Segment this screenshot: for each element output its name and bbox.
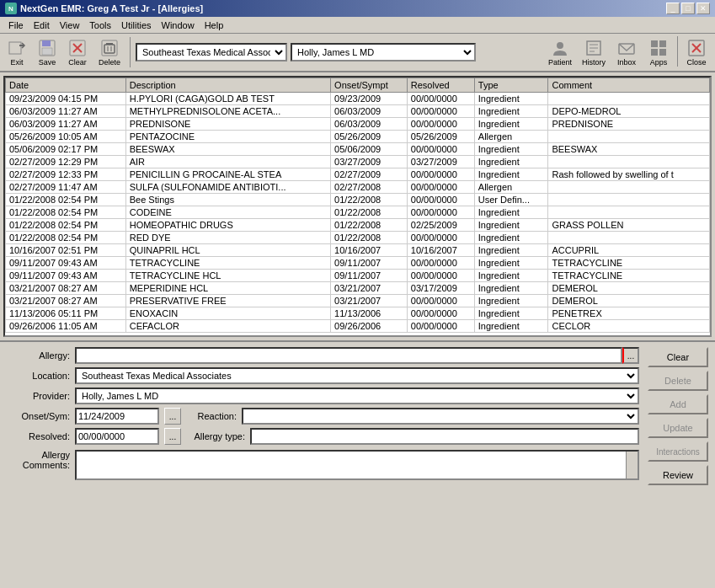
- menu-view[interactable]: View: [55, 19, 85, 31]
- table-row[interactable]: 09/26/2006 11:05 AM CEFACLOR 09/26/2006 …: [6, 320, 710, 333]
- svg-rect-20: [659, 40, 666, 47]
- review-button[interactable]: Review: [648, 465, 708, 485]
- menu-tools[interactable]: Tools: [84, 19, 116, 31]
- table-row[interactable]: 06/03/2009 11:27 AM METHYLPREDNISOLONE A…: [6, 105, 710, 118]
- table-row[interactable]: 09/23/2009 04:15 PM H.PYLORI (CAGA)GOLD …: [6, 93, 710, 105]
- table-row[interactable]: 09/11/2007 09:43 AM TETRACYCLINE HCL 09/…: [6, 270, 710, 282]
- cell-description: TETRACYCLINE HCL: [125, 270, 330, 282]
- cell-comment: [548, 93, 710, 105]
- comments-textarea[interactable]: [77, 452, 626, 478]
- cell-comment: [548, 232, 710, 244]
- close-btn[interactable]: ✕: [696, 3, 710, 14]
- table-row[interactable]: 06/03/2009 11:27 AM PREDNISONE 06/03/200…: [6, 118, 710, 131]
- cell-resolved: 00/00/0000: [407, 257, 474, 270]
- cell-description: Bee Stings: [125, 194, 330, 206]
- cell-date: 09/26/2006 11:05 AM: [6, 320, 126, 333]
- cell-type: Ingredient: [474, 232, 548, 244]
- location-select[interactable]: Southeast Texas Medical Associates: [75, 367, 639, 384]
- table-row[interactable]: 03/21/2007 08:27 AM MEPERIDINE HCL 03/21…: [6, 282, 710, 295]
- allergy-type-label: Allergy type:: [186, 431, 245, 441]
- table-row[interactable]: 11/13/2006 05:11 PM ENOXACIN 11/13/2006 …: [6, 307, 710, 320]
- svg-point-13: [557, 42, 563, 49]
- svg-rect-21: [651, 49, 658, 56]
- cell-comment: [548, 131, 710, 143]
- patient-button[interactable]: Patient: [544, 36, 576, 69]
- cell-description: ENOXACIN: [125, 307, 330, 320]
- update-button[interactable]: Update: [648, 418, 708, 438]
- exit-button[interactable]: Exit: [3, 36, 30, 69]
- cell-comment: DEMEROL: [548, 282, 710, 295]
- delete-button[interactable]: Delete: [94, 36, 125, 69]
- onset-input[interactable]: [75, 408, 159, 425]
- cell-date: 06/03/2009 11:27 AM: [6, 118, 126, 131]
- cell-date: 11/13/2006 05:11 PM: [6, 307, 126, 320]
- title-bar: N NextGen EMR: Greg A Test Jr - [Allergi…: [0, 0, 715, 17]
- table-row[interactable]: 03/21/2007 08:27 AM PRESERVATIVE FREE 03…: [6, 295, 710, 307]
- interactions-button[interactable]: Interactions: [648, 441, 708, 462]
- cell-date: 01/22/2008 02:54 PM: [6, 206, 126, 219]
- table-row[interactable]: 10/16/2007 02:51 PM QUINAPRIL HCL 10/16/…: [6, 244, 710, 257]
- table-row[interactable]: 09/11/2007 09:43 AM TETRACYCLINE 09/11/2…: [6, 257, 710, 270]
- provider-select[interactable]: Holly, James L MD: [75, 388, 639, 404]
- cell-comment: [548, 181, 710, 194]
- location-dropdown[interactable]: Southeast Texas Medical Associ...: [136, 43, 287, 61]
- cell-date: 02/27/2009 12:33 PM: [6, 168, 126, 181]
- history-button[interactable]: History: [578, 36, 610, 69]
- allergy-type-input[interactable]: [250, 428, 639, 445]
- cell-description: H.PYLORI (CAGA)GOLD AB TEST: [125, 93, 330, 105]
- minimize-btn[interactable]: _: [666, 3, 680, 14]
- save-button[interactable]: Save: [34, 36, 61, 69]
- cell-description: TETRACYCLINE: [125, 257, 330, 270]
- cell-comment: TETRACYCLINE: [548, 257, 710, 270]
- provider-dropdown[interactable]: Holly, James L MD: [291, 43, 476, 61]
- cell-type: Ingredient: [474, 219, 548, 232]
- table-row[interactable]: 05/06/2009 02:17 PM BEESWAX 05/06/2009 0…: [6, 143, 710, 156]
- table-row[interactable]: 05/26/2009 10:05 AM PENTAZOCINE 05/26/20…: [6, 131, 710, 143]
- clear-toolbar-button[interactable]: Clear: [64, 36, 91, 69]
- allergies-table-container[interactable]: Date Description Onset/Sympt Resolved Ty…: [3, 76, 712, 337]
- reaction-select[interactable]: [242, 408, 639, 425]
- table-row[interactable]: 02/27/2009 12:29 PM AIR 03/27/2009 03/27…: [6, 156, 710, 168]
- cell-description: PENICILLIN G PROCAINE-AL STEA: [125, 168, 330, 181]
- table-row[interactable]: 01/22/2008 02:54 PM CODEINE 01/22/2008 0…: [6, 206, 710, 219]
- maximize-btn[interactable]: □: [681, 3, 695, 14]
- allergies-table: Date Description Onset/Sympt Resolved Ty…: [5, 78, 710, 333]
- table-row[interactable]: 01/22/2008 02:54 PM RED DYE 01/22/2008 0…: [6, 232, 710, 244]
- cell-description: AIR: [125, 156, 330, 168]
- close-window-button[interactable]: Close: [681, 36, 712, 69]
- menu-utilities[interactable]: Utilities: [116, 19, 156, 31]
- cell-type: Ingredient: [474, 105, 548, 118]
- apps-button[interactable]: Apps: [643, 36, 674, 69]
- allergy-input[interactable]: [75, 347, 622, 364]
- location-dropdown-wrapper: Southeast Texas Medical Associ...: [136, 43, 287, 61]
- cell-description: MEPERIDINE HCL: [125, 282, 330, 295]
- cell-comment: DEPO-MEDROL: [548, 105, 710, 118]
- clear-icon: [68, 39, 87, 57]
- table-row[interactable]: 02/27/2009 12:33 PM PENICILLIN G PROCAIN…: [6, 168, 710, 181]
- cell-type: Ingredient: [474, 118, 548, 131]
- menu-file[interactable]: File: [3, 19, 29, 31]
- apps-label: Apps: [650, 58, 668, 67]
- allergy-browse-button[interactable]: ...: [622, 347, 639, 364]
- clear-button[interactable]: Clear: [648, 347, 708, 367]
- menu-help[interactable]: Help: [200, 19, 229, 31]
- onset-browse-button[interactable]: ...: [164, 408, 181, 425]
- resolved-input[interactable]: [75, 428, 159, 445]
- inbox-button[interactable]: Inbox: [611, 36, 642, 69]
- col-description: Description: [125, 78, 330, 93]
- table-row[interactable]: 01/22/2008 02:54 PM Bee Stings 01/22/200…: [6, 194, 710, 206]
- resolved-browse-button[interactable]: ...: [164, 428, 181, 445]
- close-window-label: Close: [686, 58, 706, 67]
- inbox-label: Inbox: [617, 58, 636, 67]
- menu-edit[interactable]: Edit: [29, 19, 55, 31]
- table-row[interactable]: 01/22/2008 02:54 PM HOMEOPATHIC DRUGS 01…: [6, 219, 710, 232]
- svg-rect-4: [42, 48, 52, 55]
- menu-window[interactable]: Window: [157, 19, 200, 31]
- cell-comment: GRASS POLLEN: [548, 219, 710, 232]
- add-button[interactable]: Add: [648, 394, 708, 414]
- cell-type: Ingredient: [474, 320, 548, 333]
- cell-onset: 03/21/2007: [331, 295, 408, 307]
- table-row[interactable]: 02/27/2009 11:47 AM SULFA (SULFONAMIDE A…: [6, 181, 710, 194]
- cell-onset: 06/03/2009: [331, 105, 408, 118]
- delete-form-button[interactable]: Delete: [648, 371, 708, 391]
